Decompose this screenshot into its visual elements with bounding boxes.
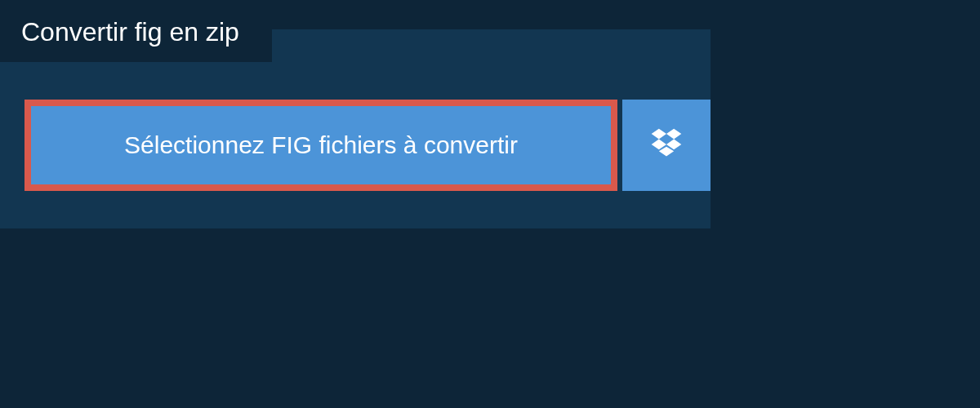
dropbox-icon xyxy=(648,126,684,165)
converter-panel: Convertir fig en zip Sélectionnez FIG fi… xyxy=(0,29,710,228)
dropbox-button[interactable] xyxy=(622,100,710,191)
upload-row: Sélectionnez FIG fichiers à convertir xyxy=(24,100,710,191)
select-files-button[interactable]: Sélectionnez FIG fichiers à convertir xyxy=(24,100,617,191)
tab-title: Convertir fig en zip xyxy=(21,17,239,47)
tab-convert[interactable]: Convertir fig en zip xyxy=(0,2,272,62)
select-files-label: Sélectionnez FIG fichiers à convertir xyxy=(124,131,518,159)
